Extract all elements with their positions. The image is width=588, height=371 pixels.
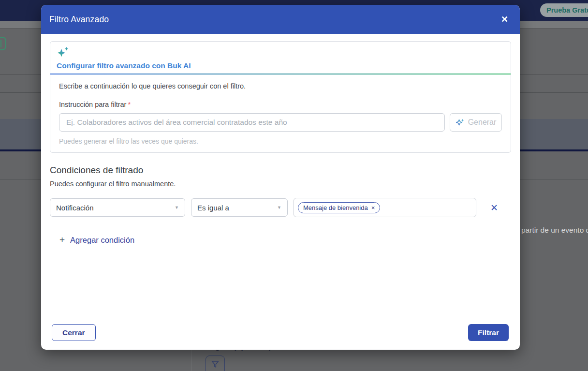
chevron-down-icon: ▼	[277, 205, 281, 210]
vertical-divider	[191, 350, 191, 371]
operator-select[interactable]: Es igual a ▼	[191, 198, 288, 217]
generate-button-label: Generar	[468, 118, 497, 127]
toggle-bar	[0, 40, 1, 47]
funnel-icon	[210, 359, 220, 370]
generate-sparkle-icon	[456, 118, 465, 127]
ai-card-title: Configurar filtro avanzado con Buk AI	[57, 61, 504, 70]
conditions-subtitle: Puedes configurar el filtro manualmente.	[50, 180, 511, 188]
advanced-filter-modal: Filtro Avanzado ✕ Configurar filtro	[41, 5, 520, 350]
add-condition-link[interactable]: + Agregar condición	[59, 235, 134, 245]
plus-icon: +	[59, 235, 65, 245]
modal-body: Configurar filtro avanzado con Buk AI Es…	[41, 34, 520, 245]
cropped-toggle-fragment	[0, 37, 6, 50]
ai-card-body: Escribe a continuación lo que quieres co…	[50, 74, 511, 152]
values-tag-input[interactable]: Mensaje de bienvenida ×	[294, 198, 476, 217]
instruction-input[interactable]	[59, 113, 445, 132]
buk-ai-card: Configurar filtro avanzado con Buk AI Es…	[50, 41, 511, 153]
ai-card-header: Configurar filtro avanzado con Buk AI	[50, 42, 511, 74]
generate-helper-text: Puedes generar el filtro las veces que q…	[59, 137, 502, 145]
background-event-text: partir de un evento de	[521, 226, 588, 235]
filter-funnel-button[interactable]	[206, 356, 225, 371]
field-select-value: Notificación	[56, 204, 94, 212]
instruction-input-row: Generar	[59, 113, 502, 132]
close-icon[interactable]: ✕	[501, 15, 508, 24]
required-asterisk: *	[128, 101, 131, 108]
modal-footer: Cerrar Filtrar	[52, 324, 509, 341]
instruction-label-text: Instrucción para filtrar	[59, 101, 126, 108]
value-chip: Mensaje de bienvenida ×	[298, 202, 380, 213]
close-button[interactable]: Cerrar	[52, 324, 96, 341]
instruction-label: Instrucción para filtrar*	[59, 101, 502, 108]
trial-badge-button[interactable]: Prueba Gratuita	[540, 3, 588, 17]
remove-condition-icon[interactable]: ✕	[490, 203, 498, 212]
screen: Prueba Gratuita partir de un evento de R…	[0, 0, 588, 371]
condition-row: Notificación ▼ Es igual a ▼ Mensaje de b…	[50, 198, 511, 217]
operator-select-value: Es igual a	[197, 204, 229, 212]
sparkle-icon	[57, 46, 70, 59]
conditions-title: Condiciones de filtrado	[50, 165, 511, 176]
value-chip-label: Mensaje de bienvenida	[303, 204, 368, 211]
filter-button[interactable]: Filtrar	[468, 324, 509, 341]
add-condition-label: Agregar condición	[70, 236, 134, 245]
ai-card-description: Escribe a continuación lo que quieres co…	[59, 82, 502, 90]
chip-remove-icon[interactable]: ×	[371, 204, 375, 211]
field-select[interactable]: Notificación ▼	[50, 198, 185, 217]
modal-header: Filtro Avanzado ✕	[41, 5, 520, 34]
modal-title: Filtro Avanzado	[49, 15, 109, 25]
generate-button[interactable]: Generar	[450, 113, 502, 132]
chevron-down-icon: ▼	[175, 205, 179, 210]
